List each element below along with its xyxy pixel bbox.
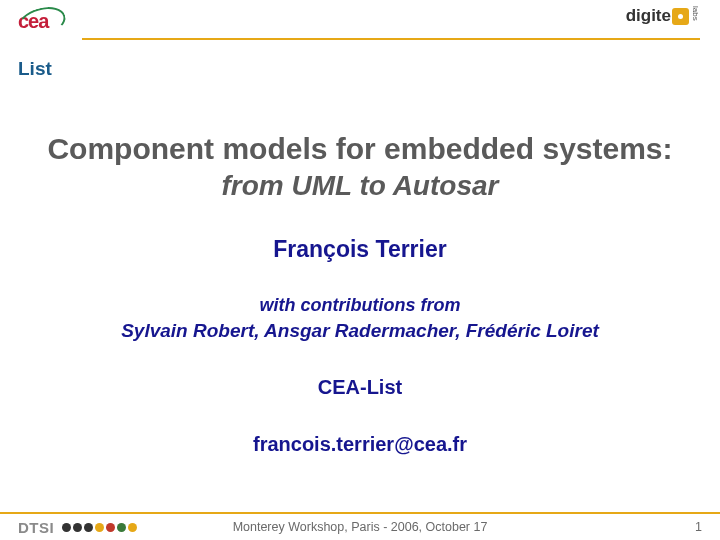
contributions-intro: with contributions from [30,295,690,316]
slide-content: Component models for embedded systems: f… [0,80,720,456]
cea-logo: cea [18,10,68,36]
digiteo-labs-text: labs [691,6,700,21]
author-name: François Terrier [30,236,690,263]
slide-header: cea List digitelabs [0,0,720,80]
contributors-list: Sylvain Robert, Ansgar Radermacher, Fréd… [30,320,690,342]
slide-title: Component models for embedded systems: [30,130,690,168]
footer-center-text: Monterey Workshop, Paris - 2006, October… [0,520,720,534]
list-logo: List [18,58,52,80]
slide-subtitle: from UML to Autosar [30,170,690,202]
digiteo-logo-text: digite [626,6,671,25]
cea-logo-arc [15,2,69,41]
header-divider [82,38,700,40]
slide-footer: DTSI Monterey Workshop, Paris - 2006, Oc… [0,512,720,540]
organization: CEA-List [30,376,690,399]
digiteo-logo: digitelabs [626,6,700,26]
author-email: francois.terrier@cea.fr [30,433,690,456]
digiteo-accent-icon [672,8,689,25]
